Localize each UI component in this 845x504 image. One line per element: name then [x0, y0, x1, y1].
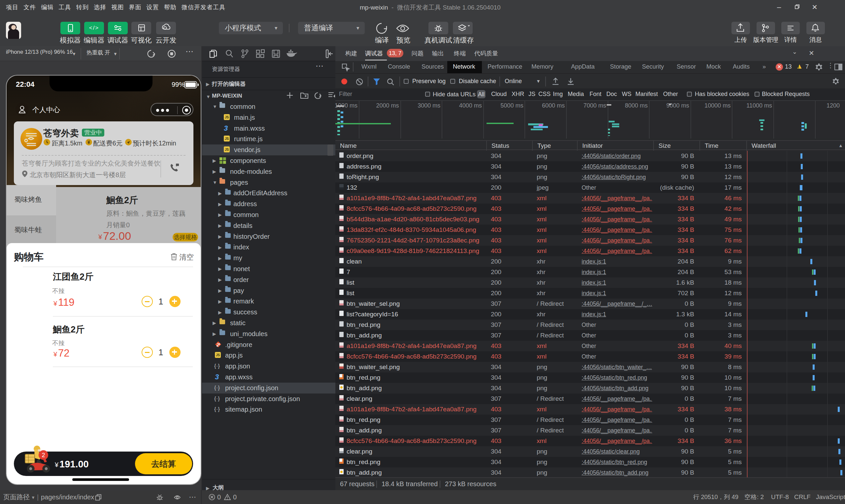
svg-text:¥: ¥: [87, 140, 90, 145]
